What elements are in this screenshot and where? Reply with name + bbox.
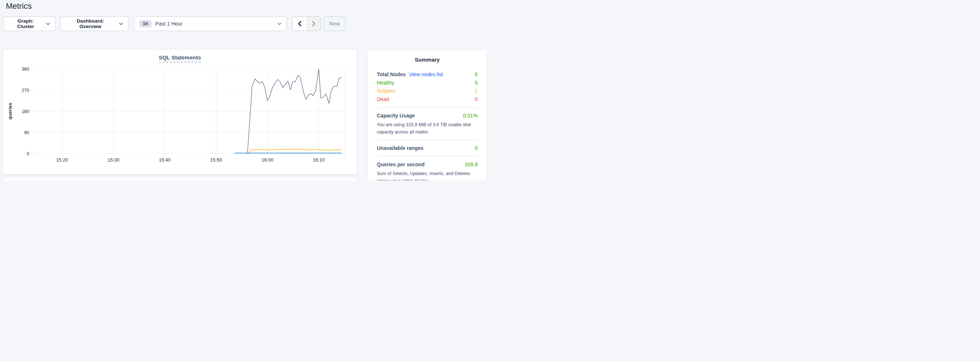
unavailable-ranges-row: Unavailable ranges 0: [377, 144, 477, 152]
page-title: Metrics: [6, 1, 32, 12]
total-nodes-row: Total Nodes View nodes list 6: [377, 70, 477, 79]
summary-panel: Summary Total Nodes View nodes list 6 He…: [368, 50, 487, 180]
healthy-nodes-row: Healthy 5: [377, 79, 477, 87]
x-tick-label: 15:20: [56, 157, 68, 163]
time-range-badge: 1h: [140, 20, 151, 28]
x-tick-label: 15:30: [107, 157, 119, 163]
controls-bar: Graph: Cluster Dashboard: Overview 1h Pa…: [4, 16, 345, 31]
chart-title-text[interactable]: SQL Statements: [159, 54, 201, 62]
time-next-button[interactable]: [307, 17, 321, 31]
time-prev-button[interactable]: [293, 17, 307, 31]
chevron-left-icon: [298, 21, 301, 26]
dashboard-label: Dashboard: Overview: [66, 18, 115, 29]
view-nodes-list-link[interactable]: View nodes list: [409, 71, 443, 77]
x-tick-label: 15:50: [210, 157, 222, 163]
healthy-value: 5: [475, 80, 477, 86]
chart-title: SQL Statements: [3, 54, 357, 60]
capacity-usage-row: Capacity Usage 0.01%: [377, 112, 477, 120]
chevron-right-icon: [312, 21, 315, 26]
dead-value: 0: [475, 96, 477, 102]
time-nav-group: [292, 16, 321, 31]
sql-statements-chart[interactable]: 09018027036015:2015:3015:4015:5016:0016:…: [3, 50, 357, 174]
y-tick-label: 90: [24, 130, 29, 135]
total-nodes-value: 6: [475, 71, 477, 77]
sql-statements-chart-card: 09018027036015:2015:3015:4015:5016:0016:…: [3, 50, 357, 174]
total-nodes-label: Total Nodes: [377, 71, 406, 77]
queries-per-second-value: 328.9: [465, 162, 477, 167]
divider: [377, 107, 477, 108]
metrics-page: Metrics Graph: Cluster Dashboard: Overvi…: [0, 0, 490, 180]
chevron-down-icon: [119, 22, 123, 25]
x-tick-label: 16:00: [261, 157, 274, 163]
suspect-nodes-row: Suspect 1: [377, 87, 477, 95]
y-tick-label: 270: [22, 88, 29, 93]
healthy-label: Healthy: [377, 80, 394, 86]
chevron-down-icon: [46, 22, 50, 25]
graph-scope-dropdown[interactable]: Graph: Cluster: [4, 16, 56, 31]
time-range-picker[interactable]: 1h Past 1 Hour: [134, 16, 287, 31]
now-button[interactable]: Now: [324, 16, 345, 31]
y-tick-label: 0: [27, 151, 29, 157]
graph-scope-label: Graph: Cluster: [9, 18, 42, 29]
y-tick-label: 180: [22, 109, 29, 114]
capacity-usage-caption: You are using 315.9 MiB of 3.6 TiB usabl…: [377, 121, 477, 136]
queries-per-second-label: Queries per second: [377, 162, 425, 167]
time-range-label: Past 1 Hour: [156, 21, 183, 27]
chevron-down-icon: [277, 22, 282, 25]
summary-title: Summary: [377, 57, 477, 63]
suspect-value: 1: [475, 88, 477, 94]
divider: [377, 156, 477, 157]
dead-nodes-row: Dead 0: [377, 95, 477, 104]
capacity-usage-label: Capacity Usage: [377, 113, 415, 119]
unavailable-ranges-label: Unavailable ranges: [377, 145, 423, 151]
unavailable-ranges-value: 0: [475, 145, 477, 151]
capacity-usage-value: 0.01%: [463, 113, 477, 119]
dashboard-dropdown[interactable]: Dashboard: Overview: [60, 16, 129, 31]
queries-per-second-row: Queries per second 328.9: [377, 160, 477, 169]
dead-label: Dead: [377, 96, 389, 102]
suspect-label: Suspect: [377, 88, 395, 94]
x-tick-label: 16:10: [313, 157, 325, 163]
x-tick-label: 15:40: [159, 157, 171, 163]
y-axis-label: queries: [7, 69, 13, 154]
next-chart-card: [3, 178, 357, 180]
queries-per-second-caption: Sum of Selects, Updates, Inserts, and De…: [377, 170, 477, 181]
y-tick-label: 360: [22, 67, 29, 72]
